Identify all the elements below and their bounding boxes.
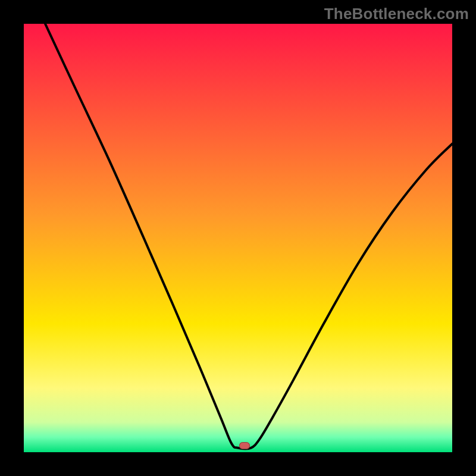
chart-frame: { "watermark": "TheBottleneck.com", "col…: [0, 0, 476, 476]
min-marker-icon: [239, 442, 250, 449]
plot-area: [24, 24, 452, 452]
gradient-background: [24, 24, 452, 452]
watermark-text: TheBottleneck.com: [324, 5, 469, 23]
chart-svg: [24, 24, 452, 452]
